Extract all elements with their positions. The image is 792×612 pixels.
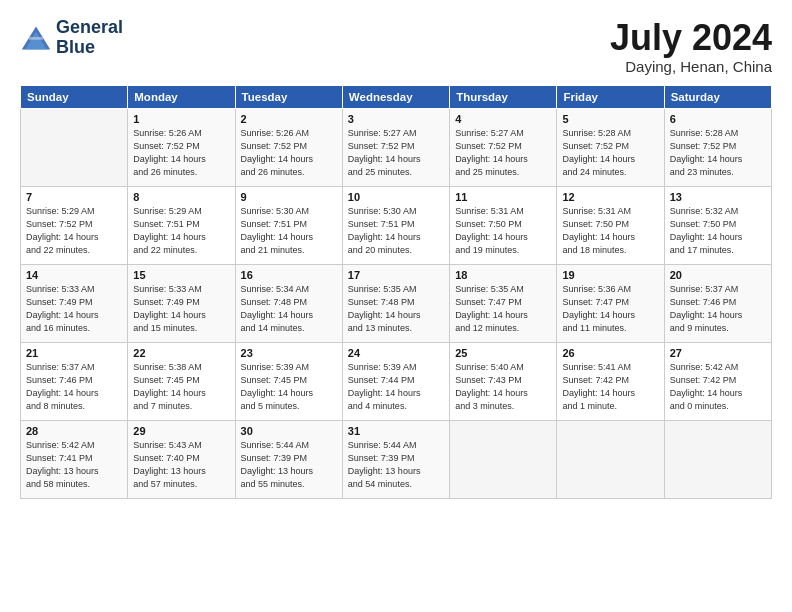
day-number: 6	[670, 113, 766, 125]
day-cell	[21, 108, 128, 186]
header-cell-sunday: Sunday	[21, 85, 128, 108]
day-number: 26	[562, 347, 658, 359]
day-number: 7	[26, 191, 122, 203]
day-number: 28	[26, 425, 122, 437]
day-cell: 3Sunrise: 5:27 AM Sunset: 7:52 PM Daylig…	[342, 108, 449, 186]
day-info: Sunrise: 5:26 AM Sunset: 7:52 PM Dayligh…	[241, 127, 337, 179]
day-cell	[557, 420, 664, 498]
day-number: 5	[562, 113, 658, 125]
header-cell-friday: Friday	[557, 85, 664, 108]
day-cell: 14Sunrise: 5:33 AM Sunset: 7:49 PM Dayli…	[21, 264, 128, 342]
logo-text: General Blue	[56, 18, 123, 58]
day-cell: 2Sunrise: 5:26 AM Sunset: 7:52 PM Daylig…	[235, 108, 342, 186]
day-number: 27	[670, 347, 766, 359]
day-cell: 22Sunrise: 5:38 AM Sunset: 7:45 PM Dayli…	[128, 342, 235, 420]
day-cell: 9Sunrise: 5:30 AM Sunset: 7:51 PM Daylig…	[235, 186, 342, 264]
day-number: 12	[562, 191, 658, 203]
day-info: Sunrise: 5:33 AM Sunset: 7:49 PM Dayligh…	[26, 283, 122, 335]
day-info: Sunrise: 5:37 AM Sunset: 7:46 PM Dayligh…	[670, 283, 766, 335]
day-info: Sunrise: 5:29 AM Sunset: 7:52 PM Dayligh…	[26, 205, 122, 257]
day-info: Sunrise: 5:30 AM Sunset: 7:51 PM Dayligh…	[241, 205, 337, 257]
day-info: Sunrise: 5:35 AM Sunset: 7:48 PM Dayligh…	[348, 283, 444, 335]
day-info: Sunrise: 5:37 AM Sunset: 7:46 PM Dayligh…	[26, 361, 122, 413]
day-cell: 20Sunrise: 5:37 AM Sunset: 7:46 PM Dayli…	[664, 264, 771, 342]
day-info: Sunrise: 5:42 AM Sunset: 7:42 PM Dayligh…	[670, 361, 766, 413]
day-info: Sunrise: 5:44 AM Sunset: 7:39 PM Dayligh…	[241, 439, 337, 491]
title-area: July 2024 Daying, Henan, China	[610, 18, 772, 75]
day-info: Sunrise: 5:38 AM Sunset: 7:45 PM Dayligh…	[133, 361, 229, 413]
day-number: 18	[455, 269, 551, 281]
day-number: 24	[348, 347, 444, 359]
day-number: 4	[455, 113, 551, 125]
day-number: 20	[670, 269, 766, 281]
day-number: 30	[241, 425, 337, 437]
svg-rect-2	[29, 37, 43, 40]
day-number: 13	[670, 191, 766, 203]
day-cell	[664, 420, 771, 498]
week-row-5: 28Sunrise: 5:42 AM Sunset: 7:41 PM Dayli…	[21, 420, 772, 498]
day-info: Sunrise: 5:35 AM Sunset: 7:47 PM Dayligh…	[455, 283, 551, 335]
day-cell: 28Sunrise: 5:42 AM Sunset: 7:41 PM Dayli…	[21, 420, 128, 498]
day-number: 8	[133, 191, 229, 203]
header: General Blue July 2024 Daying, Henan, Ch…	[20, 18, 772, 75]
day-info: Sunrise: 5:33 AM Sunset: 7:49 PM Dayligh…	[133, 283, 229, 335]
month-title: July 2024	[610, 18, 772, 58]
day-number: 19	[562, 269, 658, 281]
day-cell: 1Sunrise: 5:26 AM Sunset: 7:52 PM Daylig…	[128, 108, 235, 186]
day-cell: 5Sunrise: 5:28 AM Sunset: 7:52 PM Daylig…	[557, 108, 664, 186]
header-cell-saturday: Saturday	[664, 85, 771, 108]
subtitle: Daying, Henan, China	[610, 58, 772, 75]
day-info: Sunrise: 5:43 AM Sunset: 7:40 PM Dayligh…	[133, 439, 229, 491]
week-row-2: 7Sunrise: 5:29 AM Sunset: 7:52 PM Daylig…	[21, 186, 772, 264]
header-row: SundayMondayTuesdayWednesdayThursdayFrid…	[21, 85, 772, 108]
header-cell-tuesday: Tuesday	[235, 85, 342, 108]
day-info: Sunrise: 5:31 AM Sunset: 7:50 PM Dayligh…	[455, 205, 551, 257]
day-info: Sunrise: 5:28 AM Sunset: 7:52 PM Dayligh…	[562, 127, 658, 179]
week-row-3: 14Sunrise: 5:33 AM Sunset: 7:49 PM Dayli…	[21, 264, 772, 342]
day-cell	[450, 420, 557, 498]
day-cell: 30Sunrise: 5:44 AM Sunset: 7:39 PM Dayli…	[235, 420, 342, 498]
day-cell: 31Sunrise: 5:44 AM Sunset: 7:39 PM Dayli…	[342, 420, 449, 498]
day-cell: 18Sunrise: 5:35 AM Sunset: 7:47 PM Dayli…	[450, 264, 557, 342]
day-cell: 27Sunrise: 5:42 AM Sunset: 7:42 PM Dayli…	[664, 342, 771, 420]
day-number: 23	[241, 347, 337, 359]
day-info: Sunrise: 5:39 AM Sunset: 7:45 PM Dayligh…	[241, 361, 337, 413]
logo-icon	[20, 24, 52, 52]
day-number: 3	[348, 113, 444, 125]
day-cell: 11Sunrise: 5:31 AM Sunset: 7:50 PM Dayli…	[450, 186, 557, 264]
logo-line1: General	[56, 18, 123, 38]
page: General Blue July 2024 Daying, Henan, Ch…	[0, 0, 792, 612]
day-number: 16	[241, 269, 337, 281]
header-cell-monday: Monday	[128, 85, 235, 108]
header-cell-thursday: Thursday	[450, 85, 557, 108]
day-info: Sunrise: 5:30 AM Sunset: 7:51 PM Dayligh…	[348, 205, 444, 257]
day-info: Sunrise: 5:29 AM Sunset: 7:51 PM Dayligh…	[133, 205, 229, 257]
day-info: Sunrise: 5:28 AM Sunset: 7:52 PM Dayligh…	[670, 127, 766, 179]
day-cell: 13Sunrise: 5:32 AM Sunset: 7:50 PM Dayli…	[664, 186, 771, 264]
day-cell: 10Sunrise: 5:30 AM Sunset: 7:51 PM Dayli…	[342, 186, 449, 264]
day-cell: 7Sunrise: 5:29 AM Sunset: 7:52 PM Daylig…	[21, 186, 128, 264]
day-cell: 12Sunrise: 5:31 AM Sunset: 7:50 PM Dayli…	[557, 186, 664, 264]
day-info: Sunrise: 5:41 AM Sunset: 7:42 PM Dayligh…	[562, 361, 658, 413]
day-info: Sunrise: 5:31 AM Sunset: 7:50 PM Dayligh…	[562, 205, 658, 257]
day-number: 17	[348, 269, 444, 281]
day-cell: 17Sunrise: 5:35 AM Sunset: 7:48 PM Dayli…	[342, 264, 449, 342]
day-cell: 26Sunrise: 5:41 AM Sunset: 7:42 PM Dayli…	[557, 342, 664, 420]
day-number: 25	[455, 347, 551, 359]
day-number: 22	[133, 347, 229, 359]
day-info: Sunrise: 5:42 AM Sunset: 7:41 PM Dayligh…	[26, 439, 122, 491]
day-cell: 15Sunrise: 5:33 AM Sunset: 7:49 PM Dayli…	[128, 264, 235, 342]
day-number: 9	[241, 191, 337, 203]
day-info: Sunrise: 5:27 AM Sunset: 7:52 PM Dayligh…	[348, 127, 444, 179]
day-number: 1	[133, 113, 229, 125]
day-cell: 4Sunrise: 5:27 AM Sunset: 7:52 PM Daylig…	[450, 108, 557, 186]
calendar-table: SundayMondayTuesdayWednesdayThursdayFrid…	[20, 85, 772, 499]
day-number: 15	[133, 269, 229, 281]
logo: General Blue	[20, 18, 123, 58]
day-number: 2	[241, 113, 337, 125]
day-info: Sunrise: 5:39 AM Sunset: 7:44 PM Dayligh…	[348, 361, 444, 413]
day-cell: 25Sunrise: 5:40 AM Sunset: 7:43 PM Dayli…	[450, 342, 557, 420]
week-row-1: 1Sunrise: 5:26 AM Sunset: 7:52 PM Daylig…	[21, 108, 772, 186]
week-row-4: 21Sunrise: 5:37 AM Sunset: 7:46 PM Dayli…	[21, 342, 772, 420]
day-number: 29	[133, 425, 229, 437]
